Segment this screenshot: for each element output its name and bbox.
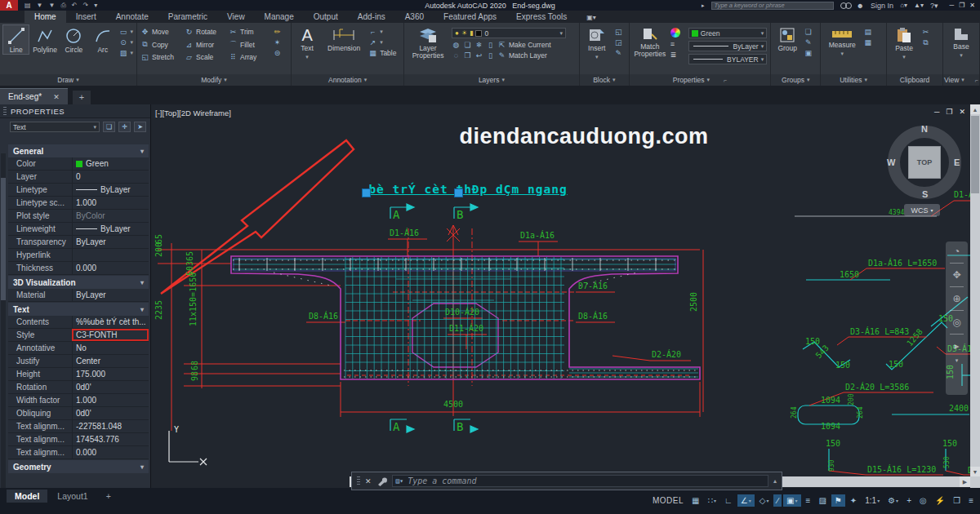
zoom-extents-icon[interactable]: ⊕ [952,293,960,304]
section-general[interactable]: General▾ [8,144,149,157]
annotation-panel-title[interactable]: Annotation▾ [292,74,403,86]
arc-button[interactable]: Arc [90,25,115,54]
orbit-icon[interactable]: ◎ [952,317,960,328]
properties-panel-title[interactable]: Properties▾⌐ [630,74,770,86]
property-row-text-alignm-[interactable]: Text alignm...174543.776 [8,433,149,446]
drawing-canvas[interactable]: Y D1-Á16D1a-Á16D7-Á16D8-Á16D8-Á16D10-Á20… [151,104,980,488]
showmotion-icon[interactable]: ▸ [954,340,959,352]
property-row-linetype-sc-[interactable]: Linetype sc...1.000 [8,197,149,210]
property-row-obliquing[interactable]: Obliquing0d0' [8,407,149,420]
cut-tool[interactable]: ✂ [921,28,930,36]
drawing-title-text[interactable]: bè trÝ cèt thÐp dÇm ngang [362,183,574,196]
group-select-tool[interactable]: ▣ [804,49,813,57]
toggle-pickadd-icon[interactable]: ❏ [103,122,115,132]
command-line[interactable]: ✕ ▤▾ Type a command ▴ [351,472,782,490]
object-snap-tracking-icon[interactable]: ∕ [773,494,782,507]
object-type-select[interactable]: Text▾ [10,122,100,132]
match-properties-button[interactable]: Match Properties [633,25,667,59]
ribbon-tab-output[interactable]: Output [304,11,348,23]
layout1-tab[interactable]: Layout1 [49,490,96,503]
ungroup-tool[interactable]: ❏ [804,28,813,36]
lineweight-select[interactable]: ByLayer▾ [688,41,767,51]
command-input[interactable]: ▤▾ Type a command [392,475,768,487]
linetype-list-icon[interactable]: ≣ [670,51,685,59]
match-layer-label[interactable]: Match Layer [509,51,547,60]
command-close-icon[interactable]: ✕ [365,477,372,485]
dimension-button[interactable]: Dimension [323,25,365,52]
ortho-icon[interactable]: ∟ [721,494,736,507]
layer-select[interactable]: ● ☀ ▮ 0▾ [452,28,566,38]
model-tab[interactable]: Model [7,490,47,503]
new-file-tab-button[interactable]: + [73,91,91,104]
property-row-plot-style[interactable]: Plot styleByColor [8,210,149,223]
ribbon-tab-view[interactable]: View [217,11,255,23]
ribbon-display-toggle-icon[interactable]: ▣▾ [577,12,606,23]
base-button[interactable]: Base▾ [947,25,976,59]
file-tab-endseg[interactable]: End-seg*✕ [0,88,68,104]
group-button[interactable]: Group [774,25,800,52]
explode-tool[interactable]: ✶ [273,38,282,47]
quick-select-icon[interactable]: ➤ [134,122,146,132]
property-row-text-alignm-[interactable]: Text alignm...-227581.048 [8,420,149,433]
color-wheel-icon[interactable] [670,28,680,38]
move-button[interactable]: ✥Move [140,28,183,36]
palette-scrollbar[interactable] [1,153,6,514]
property-row-layer[interactable]: Layer0 [8,171,149,184]
layer-freeze-icon[interactable]: ❄ [474,41,483,49]
properties-palette-header[interactable]: PROPERTIES [0,104,150,118]
leader-tool[interactable]: ⌐▾ [368,28,396,36]
viewport-minimize-icon[interactable]: ─ [934,108,939,116]
rectangle-tool[interactable]: ▭▾ [119,28,134,36]
clean-screen-icon[interactable]: ❒ [950,494,964,507]
table-tool[interactable]: ▦Table [368,49,396,57]
create-block-tool[interactable]: ◱ [614,28,623,36]
block-panel-title[interactable]: Block▾ [580,74,629,86]
viewcube[interactable]: N W E S TOP [888,126,961,199]
layer-match-icon[interactable]: ❐ [463,51,472,60]
plot-icon[interactable]: ⎙ [60,2,65,10]
text-button[interactable]: A Text▾ [295,25,319,60]
hatch-tool[interactable]: ▨▾ [119,49,134,57]
close-button[interactable]: ✕ [969,2,975,9]
property-row-style[interactable]: StyleC3-FONTH [8,329,149,342]
pan-icon[interactable]: ✥ [952,269,960,281]
measure-button[interactable]: Measure▾ [824,25,860,57]
compass-west[interactable]: W [887,157,895,167]
palette-grip-icon[interactable] [3,107,7,116]
customize-plus-icon[interactable]: + [903,494,915,507]
mirror-button[interactable]: ⊿Mirror [185,39,227,50]
ribbon-tab-a360[interactable]: A360 [395,11,434,23]
edit-block-tool[interactable]: ◲ [614,38,623,47]
layer-properties-button[interactable]: Layer Properties [408,25,448,60]
help-icon[interactable]: ?▾ [930,2,938,10]
layer-off-icon[interactable]: ◍ [452,41,461,49]
file-tab-close-icon[interactable]: ✕ [53,93,60,101]
property-row-width-factor[interactable]: Width factor1.000 [8,394,149,407]
view-panel-title[interactable]: View▾⌐ [943,74,979,86]
compass-north[interactable]: N [921,124,928,134]
graphics-performance-icon[interactable]: ⚡ [932,494,948,507]
array-button[interactable]: ⠿Array [229,53,271,61]
lineweight-icon[interactable]: ≡ [803,494,814,507]
layer-isolate-icon[interactable]: ❏ [463,41,472,49]
rotate-button[interactable]: ↻Rotate [185,28,227,36]
quick-select-tool[interactable]: ▤ [863,28,872,36]
model-space-label[interactable]: MODEL [653,496,684,505]
property-row-color[interactable]: ColorGreen [8,157,149,171]
layers-panel-title[interactable]: Layers▾ [404,74,579,86]
section-3d-visualization[interactable]: 3D Visualization▾ [8,276,149,289]
navigation-bar[interactable]: ◔ ✥ ⊕ ◎ ▸ ▾ [946,241,968,395]
isolate-objects-icon[interactable]: ◎ [916,494,930,507]
new-icon[interactable]: ▤ [24,2,31,10]
qat-dropdown-icon[interactable]: ▾ [94,2,97,10]
quick-calc-tool[interactable]: ▦ [863,38,872,47]
open-icon[interactable]: ▼ [37,2,43,10]
object-color-select[interactable]: Green▾ [688,28,767,38]
ribbon-tab-annotate[interactable]: Annotate [106,11,158,23]
new-layout-tab[interactable]: + [98,490,119,503]
property-row-thickness[interactable]: Thickness0.000 [8,262,149,275]
full-navigation-wheel-icon[interactable]: ◔ [954,246,960,257]
circle-button[interactable]: Circle [61,25,87,54]
compass-south[interactable]: S [922,189,928,199]
property-row-contents[interactable]: Contents%%ubè trÝ cèt th... [8,316,149,329]
